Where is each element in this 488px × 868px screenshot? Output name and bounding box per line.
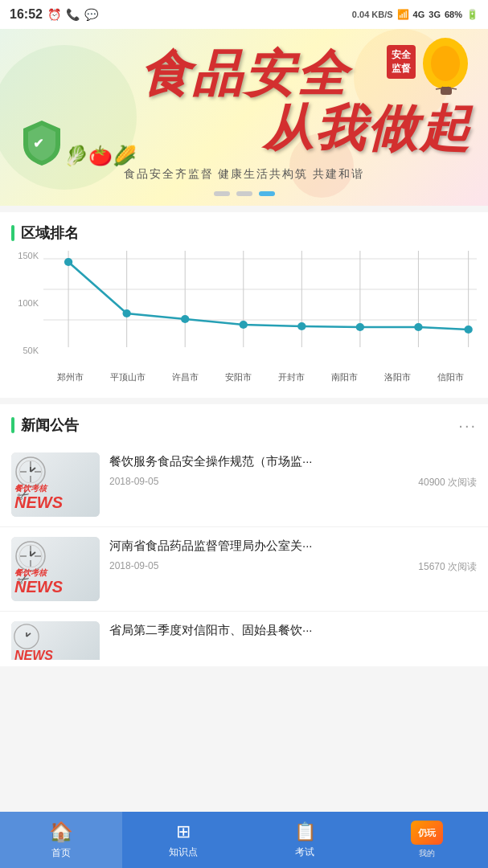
battery-level: 68% [445,10,462,19]
banner: 食品安全 从我做起 安全监督 ✔ 🥬🍅🌽 食品安全齐监督 健康 [0,29,488,206]
svg-point-27 [356,323,364,331]
status-left: 16:52 ⏰ 📞 💬 [10,7,98,22]
x-label-pingdingshan: 平顶山市 [110,371,146,383]
news-title-3: 省局第二季度对信阳市、固始县餐饮··· [109,621,477,638]
phone-icon: 📞 [66,8,80,21]
x-label-nanyang: 南阳市 [331,371,358,383]
nav-knowledge-label: 知识点 [169,845,198,859]
signal-4g: 4G [413,10,425,19]
status-time: 16:52 [10,7,43,22]
svg-point-26 [297,322,306,330]
x-label-zhengzhou: 郑州市 [57,371,84,383]
banner-balloon-icon [420,35,472,100]
alarm-icon: ⏰ [47,8,61,21]
news-badge: 餐饮考核 NEWS [14,483,63,510]
nav-exam-label: 考试 [295,845,314,859]
grid-icon: ⊞ [176,821,191,842]
banner-title-line2: 从我做起 [263,101,472,156]
svg-point-28 [414,323,422,331]
status-bar: 16:52 ⏰ 📞 💬 0.04 KB/S 📶 4G 3G 68% 🔋 [0,0,488,29]
chart-y-label-50k: 50K [23,346,39,355]
region-rank-chart [43,251,477,363]
chart-x-labels: 郑州市 平顶山市 许昌市 安阳市 开封市 南阳市 洛阳市 信阳市 [43,366,477,383]
region-rank-header: 区域排名 [0,223,488,251]
bottom-nav: 🏠 首页 ⊞ 知识点 📋 考试 仍玩 我的 [0,812,488,868]
news-date-1: 2018-09-05 [109,476,158,489]
chart-container: 150K 100K 50K [0,251,488,391]
nav-home-label: 首页 [51,846,71,860]
x-label-luoyang: 洛阳市 [384,371,411,383]
news-content-3: 省局第二季度对信阳市、固始县餐饮··· [109,621,477,638]
region-rank-section: 区域排名 150K 100K 50K [0,212,488,398]
banner-dot-1[interactable] [214,191,230,196]
svg-point-25 [240,321,248,329]
clock-decoration-3 [14,624,39,649]
news-title-1: 餐饮服务食品安全操作规范（市场监··· [109,452,477,469]
region-rank-title: 区域排名 [11,223,79,243]
nav-mine[interactable]: 仍玩 我的 [366,812,488,868]
banner-dot-3[interactable] [259,191,275,196]
news-title-2: 河南省食品药品监督管理局办公室关··· [109,537,477,554]
wifi-icon: 📶 [397,9,409,20]
news-more-button[interactable]: ··· [458,416,477,435]
news-content-1: 餐饮服务食品安全操作规范（市场监··· 2018-09-05 40900 次阅读 [109,452,477,489]
banner-veggie-icon: 🥬🍅🌽 [64,145,137,167]
news-badge-2: 餐饮考核 NEWS [14,567,63,595]
nav-exam[interactable]: 📋 考试 [244,812,367,868]
news-thumb-3: NEWS [11,621,100,660]
news-badge-3: NEWS [14,649,53,660]
news-thumb-1: ✂ 餐饮考核 NEWS [11,452,100,517]
news-title: 新闻公告 [11,416,79,435]
svg-point-4 [431,46,460,81]
news-section: 新闻公告 ··· ✂ [0,404,488,666]
news-content-2: 河南省食品药品监督管理局办公室关··· 2018-09-05 15670 次阅读 [109,537,477,574]
home-icon: 🏠 [49,821,73,843]
news-title-bar-icon [11,417,14,433]
news-thumb-2: ✂ 餐饮考核 NEWS [11,537,100,601]
brand-logo-icon: 仍玩 [411,821,443,845]
network-speed: 0.04 KB/S [352,10,393,19]
banner-subtitle: 食品安全齐监督 健康生活共构筑 共建和谐 [0,167,488,182]
svg-text:✔: ✔ [33,137,43,150]
nav-home[interactable]: 🏠 首页 [0,812,122,868]
svg-point-29 [464,326,472,334]
svg-line-7 [452,88,457,89]
banner-shield-icon: ✔ [20,119,64,167]
nav-mine-label: 我的 [419,848,435,859]
title-bar-icon [11,225,14,241]
news-meta-1: 2018-09-05 40900 次阅读 [109,476,477,489]
svg-point-22 [64,258,72,266]
svg-point-24 [181,315,189,323]
news-header: 新闻公告 ··· [0,416,488,443]
message-icon: 💬 [84,8,98,21]
banner-title-line1: 食品安全 [140,47,349,101]
news-item-1[interactable]: ✂ 餐饮考核 NEWS 餐饮服务食品安全操作规范（市场监··· 2018-09-… [0,443,488,527]
news-item-2[interactable]: ✂ 餐饮考核 NEWS 河南省食品药品监督管理局办公室关··· 2018-09-… [0,527,488,612]
news-item-3[interactable]: NEWS 省局第二季度对信阳市、固始县餐饮··· [0,612,488,660]
x-label-xuchang: 许昌市 [172,371,199,383]
document-icon: 📋 [294,821,316,842]
banner-safety-tag: 安全监督 [387,45,416,79]
news-views-2: 15670 次阅读 [418,560,477,574]
news-meta-2: 2018-09-05 15670 次阅读 [109,560,477,574]
svg-point-23 [122,309,130,317]
signal-3g: 3G [429,10,441,19]
chart-y-label-150k: 150K [18,251,39,260]
x-label-anyang: 安阳市 [225,371,252,383]
x-label-kaifeng: 开封市 [278,371,305,383]
battery-icon: 🔋 [466,9,478,20]
svg-line-6 [436,88,441,89]
banner-dots[interactable] [0,191,488,196]
chart-y-label-100k: 100K [18,298,39,308]
x-label-xinyang: 信阳市 [437,371,464,383]
news-date-2: 2018-09-05 [109,560,158,574]
banner-dot-2[interactable] [236,191,252,196]
news-views-1: 40900 次阅读 [418,476,477,489]
nav-knowledge[interactable]: ⊞ 知识点 [122,812,244,868]
status-right: 0.04 KB/S 📶 4G 3G 68% 🔋 [352,9,478,20]
